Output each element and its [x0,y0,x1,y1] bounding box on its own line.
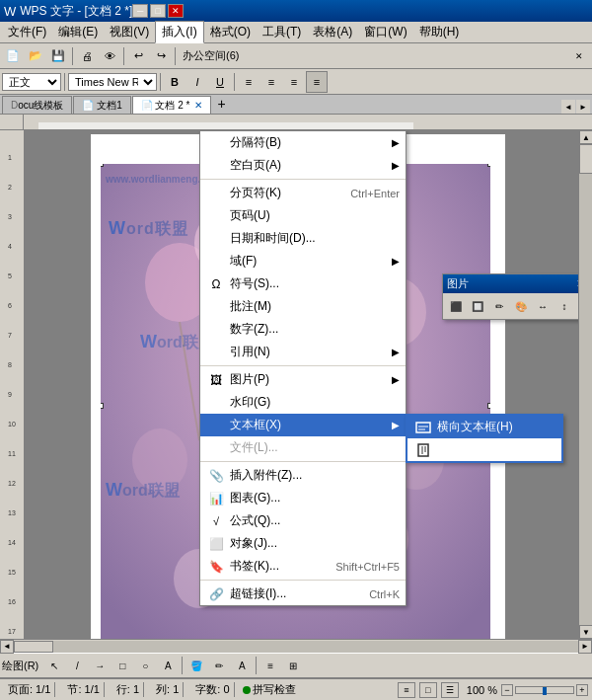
menu-object[interactable]: ⬜ 对象(J)... [200,532,406,555]
menu-insert[interactable]: 插入(I) [155,21,203,43]
handle-tl[interactable] [101,164,104,167]
img-tool-5[interactable]: ↔ [533,296,553,316]
scroll-track-v[interactable] [579,144,592,625]
zoom-thumb[interactable] [543,687,547,695]
new-btn[interactable]: 📄 [2,45,24,67]
menu-page-num[interactable]: 页码(U) [200,204,406,227]
img-tool-3[interactable]: ✏ [489,296,509,316]
scroll-thumb-h[interactable] [14,641,53,653]
menu-number[interactable]: 数字(Z)... [200,318,406,341]
handle-ml[interactable] [101,403,104,409]
draw-fill[interactable]: 🪣 [185,655,207,676]
menu-blank-page[interactable]: 空白页(A) ▶ [200,154,406,177]
draw-align[interactable]: ≡ [259,655,281,676]
menu-symbol[interactable]: Ω 符号(S)... [200,272,406,295]
vertical-scrollbar[interactable]: ▲ ▼ [578,130,592,639]
img-tool-4[interactable]: 🎨 [511,296,531,316]
submenu-vertical-textbox[interactable]: 竖向文本框(V) [407,438,561,461]
font-select[interactable]: Times New Ro [68,73,157,91]
workspace-label: 办公空间(6) [183,48,239,63]
menu-attach[interactable]: 📎 插入附件(Z)... [200,464,406,487]
textbox-submenu: 横向文本框(H) 竖向文本框(V) [406,414,563,463]
zoom-slider[interactable] [515,686,574,694]
svg-text:7: 7 [8,332,12,339]
menu-hyperlink[interactable]: 🔗 超链接(I)... Ctrl+K [200,583,406,605]
scroll-thumb-v[interactable] [579,144,592,174]
open-btn[interactable]: 📂 [25,45,46,67]
tab-template[interactable]: D ocu线模板 [2,96,72,114]
restore-button[interactable]: □ [150,4,166,18]
close-button[interactable]: ✕ [168,4,184,18]
scroll-down-btn[interactable]: ▼ [579,625,592,639]
menu-field[interactable]: 域(F) ▶ [200,250,406,272]
tab-scroll-left[interactable]: ◄ [561,100,575,114]
draw-text[interactable]: A [157,655,179,676]
draw-font-color[interactable]: A [231,655,253,676]
menu-file[interactable]: 文件(F) [2,22,52,42]
horizontal-scrollbar[interactable]: ◄ ► [0,639,592,653]
menu-window[interactable]: 窗口(W) [358,22,412,42]
menu-textbox[interactable]: 文本框(X) ▶ 横向文本框(H) [200,414,406,436]
print-btn[interactable]: 🖨 [76,45,98,67]
draw-line[interactable]: / [66,655,88,676]
menu-picture[interactable]: 🖼 图片(P) ▶ [200,368,406,391]
menu-page-break[interactable]: 分页符(K) Ctrl+Enter [200,182,406,204]
img-tool-2[interactable]: 🔲 [468,296,487,316]
zoom-in-btn[interactable]: + [576,684,588,696]
draw-oval[interactable]: ○ [134,655,156,676]
bold-btn[interactable]: B [164,71,185,93]
preview-btn[interactable]: 👁 [99,45,120,67]
menu-help[interactable]: 帮助(H) [413,22,466,42]
italic-btn[interactable]: I [186,71,208,93]
menu-separator-b[interactable]: 分隔符(B) ▶ [200,131,406,154]
scroll-left-btn[interactable]: ◄ [0,640,14,654]
menu-tools[interactable]: 工具(T) [257,22,307,42]
view-page-btn[interactable]: □ [419,682,437,698]
menu-equation[interactable]: √ 公式(Q)... [200,509,406,532]
draw-line-color[interactable]: ✏ [208,655,230,676]
redo-btn[interactable]: ↪ [150,45,172,67]
view-outline-btn[interactable]: ☰ [441,682,459,698]
menu-datetime[interactable]: 日期和时间(D)... [200,227,406,250]
svg-text:17: 17 [8,628,16,635]
draw-rect[interactable]: □ [111,655,133,676]
handle-mr[interactable] [487,403,490,409]
menu-chart[interactable]: 📊 图表(G)... [200,487,406,509]
draw-distribute[interactable]: ⊞ [282,655,304,676]
zoom-out-btn[interactable]: − [501,684,513,696]
view-normal-btn[interactable]: ≡ [398,682,415,698]
scroll-track-h[interactable] [14,641,578,653]
status-chars: 字数: 0 [191,682,234,697]
draw-arrow[interactable]: → [89,655,111,676]
menu-view[interactable]: 视图(V) [104,22,155,42]
tab-add-button[interactable]: + [212,94,232,114]
menu-bookmark[interactable]: 🔖 书签(K)... Shift+Ctrl+F5 [200,555,406,578]
minimize-button[interactable]: ─ [132,4,148,18]
style-select[interactable]: 正文 [2,73,61,91]
align-justify-btn[interactable]: ≡ [306,71,328,93]
scroll-up-btn[interactable]: ▲ [579,130,592,144]
save-btn[interactable]: 💾 [47,45,69,67]
menu-edit[interactable]: 编辑(E) [52,22,104,42]
tab-doc1[interactable]: 📄 文档1 [73,96,130,114]
close-pane-btn[interactable]: ✕ [568,45,590,67]
undo-btn[interactable]: ↩ [127,45,149,67]
menu-table[interactable]: 表格(A) [307,22,358,42]
img-tool-6[interactable]: ↕ [555,296,574,316]
menu-citation[interactable]: 引用(N) ▶ [200,341,406,363]
handle-tr[interactable] [487,164,490,167]
menu-watermark[interactable]: 水印(G) [200,391,406,414]
menu-format[interactable]: 格式(O) [204,22,257,42]
tab-doc2[interactable]: 📄 文档 2 * ✕ [132,96,211,114]
submenu-horizontal-textbox[interactable]: 横向文本框(H) [407,416,561,438]
scroll-right-btn[interactable]: ► [578,640,592,654]
underline-btn[interactable]: U [209,71,231,93]
align-center-btn[interactable]: ≡ [260,71,282,93]
align-left-btn[interactable]: ≡ [238,71,259,93]
img-tool-1[interactable]: ⬛ [446,296,466,316]
menu-comment[interactable]: 批注(M) [200,295,406,318]
menu-bar: 文件(F) 编辑(E) 视图(V) 插入(I) 格式(O) 工具(T) 表格(A… [0,22,592,43]
tab-scroll-right[interactable]: ► [576,100,590,114]
align-right-btn[interactable]: ≡ [283,71,305,93]
draw-select[interactable]: ↖ [43,655,65,676]
